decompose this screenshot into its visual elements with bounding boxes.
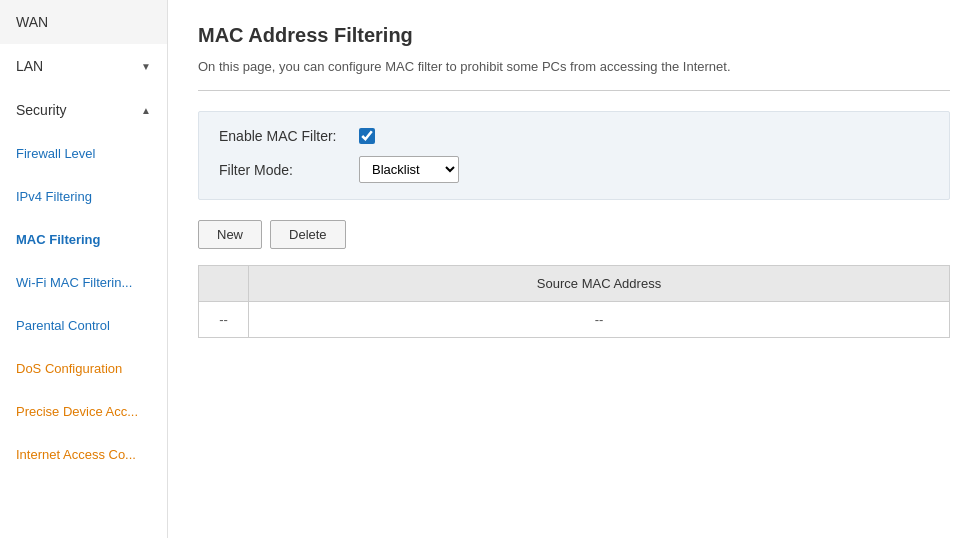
sidebar: WAN LAN Security Firewall Level IPv4 Fil… <box>0 0 168 538</box>
lan-chevron-icon <box>141 59 151 73</box>
table-cell-mac: -- <box>249 302 950 338</box>
sidebar-item-wan-label: WAN <box>16 14 48 30</box>
sidebar-item-wifi-mac-filtering[interactable]: Wi-Fi MAC Filterin... <box>0 261 167 304</box>
table-header-check <box>199 266 249 302</box>
mac-filter-table: Source MAC Address -- -- <box>198 265 950 338</box>
filter-mode-value: Blacklist Whitelist <box>359 156 459 183</box>
action-buttons: New Delete <box>198 220 950 249</box>
sidebar-item-precise-device-access[interactable]: Precise Device Acc... <box>0 390 167 433</box>
table-header-mac: Source MAC Address <box>249 266 950 302</box>
security-chevron-icon <box>141 103 151 117</box>
sidebar-item-parental-control[interactable]: Parental Control <box>0 304 167 347</box>
filter-mode-row: Filter Mode: Blacklist Whitelist <box>219 156 929 183</box>
table-header-row: Source MAC Address <box>199 266 950 302</box>
filter-mode-select[interactable]: Blacklist Whitelist <box>359 156 459 183</box>
sidebar-item-mac-filtering-label: MAC Filtering <box>16 232 101 247</box>
sidebar-item-internet-access-label: Internet Access Co... <box>16 447 136 462</box>
config-section: Enable MAC Filter: Filter Mode: Blacklis… <box>198 111 950 200</box>
delete-button[interactable]: Delete <box>270 220 346 249</box>
page-title: MAC Address Filtering <box>198 24 950 47</box>
page-description: On this page, you can configure MAC filt… <box>198 59 950 91</box>
sidebar-item-lan-label: LAN <box>16 58 43 74</box>
sidebar-item-security[interactable]: Security <box>0 88 167 132</box>
enable-mac-filter-checkbox[interactable] <box>359 128 375 144</box>
enable-mac-filter-row: Enable MAC Filter: <box>219 128 929 144</box>
sidebar-item-ipv4-filtering-label: IPv4 Filtering <box>16 189 92 204</box>
main-content: MAC Address Filtering On this page, you … <box>168 0 980 538</box>
sidebar-item-parental-control-label: Parental Control <box>16 318 110 333</box>
enable-mac-filter-label: Enable MAC Filter: <box>219 128 359 144</box>
sidebar-item-firewall-level[interactable]: Firewall Level <box>0 132 167 175</box>
sidebar-item-firewall-level-label: Firewall Level <box>16 146 95 161</box>
sidebar-item-mac-filtering[interactable]: MAC Filtering <box>0 218 167 261</box>
sidebar-item-wifi-mac-filtering-label: Wi-Fi MAC Filterin... <box>16 275 132 290</box>
sidebar-item-internet-access[interactable]: Internet Access Co... <box>0 433 167 476</box>
table-row: -- -- <box>199 302 950 338</box>
table-cell-check: -- <box>199 302 249 338</box>
sidebar-item-lan[interactable]: LAN <box>0 44 167 88</box>
filter-mode-label: Filter Mode: <box>219 162 359 178</box>
enable-mac-filter-value <box>359 128 375 144</box>
sidebar-item-dos-configuration[interactable]: DoS Configuration <box>0 347 167 390</box>
sidebar-item-ipv4-filtering[interactable]: IPv4 Filtering <box>0 175 167 218</box>
sidebar-item-dos-configuration-label: DoS Configuration <box>16 361 122 376</box>
sidebar-item-security-label: Security <box>16 102 67 118</box>
sidebar-item-precise-device-access-label: Precise Device Acc... <box>16 404 138 419</box>
new-button[interactable]: New <box>198 220 262 249</box>
sidebar-item-wan[interactable]: WAN <box>0 0 167 44</box>
